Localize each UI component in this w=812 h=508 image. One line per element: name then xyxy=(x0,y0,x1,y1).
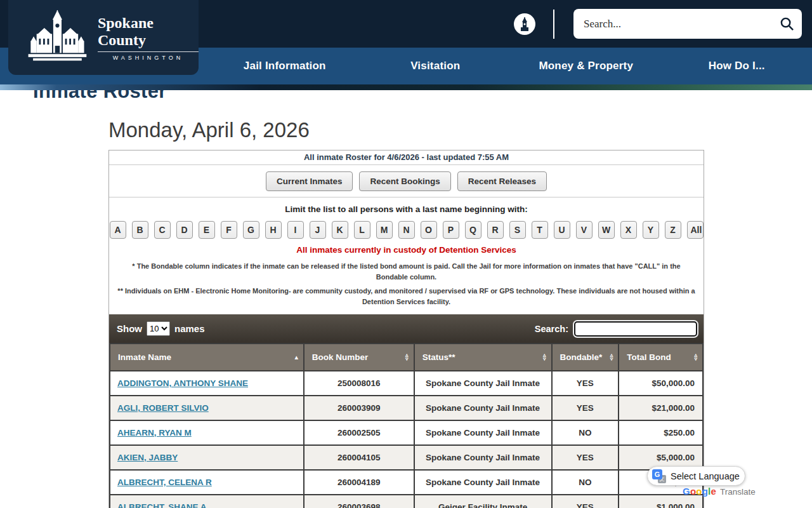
site-search-button[interactable] xyxy=(780,17,794,31)
column-header-total-bond[interactable]: Total Bond ▵▿ xyxy=(619,344,703,371)
sort-both-icon: ▵▿ xyxy=(543,354,546,361)
table-toolbar: Show 10 names Search: xyxy=(109,314,704,343)
letter-button-m[interactable]: M xyxy=(376,221,393,239)
table-row: AKIEN, JABBY 260004105 Spokane County Ja… xyxy=(110,445,703,470)
alphabet-filter: A B C D E F G H I J K L M N O P Q R S T xyxy=(113,221,700,239)
status: Spokane County Jail Inmate xyxy=(414,396,552,420)
letter-button-n[interactable]: N xyxy=(398,221,415,239)
nav-visitation[interactable]: Visitation xyxy=(360,60,511,72)
inmate-table: Inmate Name ▴ Book Number ▵▿ Status** ▵▿… xyxy=(109,343,704,508)
bondable: YES xyxy=(552,445,619,470)
total-bond: $50,000.00 xyxy=(619,371,703,396)
letter-button-b[interactable]: B xyxy=(132,221,148,239)
nav-jail-information[interactable]: Jail Information xyxy=(209,60,360,72)
letter-button-w[interactable]: W xyxy=(598,221,615,239)
logo-subtitle: WASHINGTON xyxy=(98,55,199,61)
letter-button-f[interactable]: F xyxy=(221,221,237,239)
bondable: NO xyxy=(552,470,619,495)
google-translate-attribution[interactable]: Google Translate xyxy=(683,486,756,497)
column-header-inmate-name[interactable]: Inmate Name ▴ xyxy=(110,344,304,371)
logo-title: Spokane County xyxy=(98,15,199,52)
bondable: YES xyxy=(552,396,619,420)
letter-button-q[interactable]: Q xyxy=(465,221,481,239)
nav-money-property[interactable]: Money & Property xyxy=(511,60,662,72)
google-logo: Google xyxy=(683,486,716,497)
county-logo[interactable]: Spokane County WASHINGTON xyxy=(8,0,199,75)
inmate-link[interactable]: ALBRECHT, CELENA R xyxy=(117,478,212,487)
letter-button-i[interactable]: I xyxy=(287,221,304,239)
recent-releases-button[interactable]: Recent Releases xyxy=(457,171,547,191)
sort-both-icon: ▵▿ xyxy=(610,354,613,361)
book-number: 260002505 xyxy=(304,420,414,445)
letter-button-o[interactable]: O xyxy=(421,221,437,239)
names-label: names xyxy=(174,323,205,334)
letter-button-j[interactable]: J xyxy=(310,221,326,239)
roster-panel: All inmate Roster for 4/6/2026 - last up… xyxy=(108,150,704,508)
inmate-link[interactable]: ADDINGTON, ANTHONY SHANE xyxy=(117,378,248,388)
letter-button-e[interactable]: E xyxy=(199,221,215,239)
inmate-link[interactable]: AKIEN, JABBY xyxy=(117,453,178,462)
table-search-input[interactable] xyxy=(574,321,697,337)
main-content: Monday, April 6, 2026 All inmate Roster … xyxy=(0,90,812,508)
letter-button-c[interactable]: C xyxy=(154,221,171,239)
letter-button-z[interactable]: Z xyxy=(665,221,681,239)
site-search-input[interactable] xyxy=(584,18,780,30)
date-heading: Monday, April 6, 2026 xyxy=(108,118,812,142)
inmate-link[interactable]: AGLI, ROBERT SILVIO xyxy=(117,403,209,413)
table-header-row: Inmate Name ▴ Book Number ▵▿ Status** ▵▿… xyxy=(110,344,703,371)
select-language-label: Select Language xyxy=(671,471,740,481)
column-header-status[interactable]: Status** ▵▿ xyxy=(414,344,552,371)
column-header-bondable[interactable]: Bondable* ▵▿ xyxy=(552,344,619,371)
total-bond: $250.00 xyxy=(619,420,703,445)
table-search-label: Search: xyxy=(535,324,568,334)
county-seal-icon[interactable] xyxy=(514,13,535,35)
nav-how-do-i[interactable]: How Do I... xyxy=(662,60,812,72)
recent-bookings-button[interactable]: Recent Bookings xyxy=(359,171,450,191)
column-header-book-number[interactable]: Book Number ▵▿ xyxy=(304,344,414,371)
status: Spokane County Jail Inmate xyxy=(414,371,552,396)
letter-button-l[interactable]: L xyxy=(354,221,370,239)
translate-brand-label: Translate xyxy=(720,487,756,497)
letter-button-g[interactable]: G xyxy=(243,221,259,239)
header-divider xyxy=(553,10,554,39)
footnote-bondable: * The Bondable column indicates if the i… xyxy=(113,261,700,282)
footnote-ehm: ** Individuals on EHM - Electronic Home … xyxy=(113,286,700,307)
letter-button-k[interactable]: K xyxy=(332,221,348,239)
sort-both-icon: ▵▿ xyxy=(405,354,409,361)
book-number: 260003909 xyxy=(304,396,414,420)
inmate-link[interactable]: AHEARN, RYAN M xyxy=(117,428,192,438)
letter-button-d[interactable]: D xyxy=(176,221,193,239)
view-buttons-row: Current Inmates Recent Bookings Recent R… xyxy=(109,165,704,197)
table-row: ALBRECHT, CELENA R 260004189 Spokane Cou… xyxy=(110,470,703,495)
site-search-box xyxy=(573,9,802,39)
letter-button-r[interactable]: R xyxy=(487,221,504,239)
filter-section: Limit the list to all persons with a las… xyxy=(109,197,704,314)
letter-button-u[interactable]: U xyxy=(554,221,570,239)
status: Geiger Facility Inmate xyxy=(414,495,552,508)
letter-button-y[interactable]: Y xyxy=(643,221,659,239)
letter-button-all[interactable]: All xyxy=(687,221,704,239)
google-translate-widget[interactable]: 文 G Select Language xyxy=(647,466,745,486)
total-bond: $21,000.00 xyxy=(619,396,703,420)
sort-both-icon: ▵▿ xyxy=(694,354,697,361)
bondable: YES xyxy=(552,495,619,508)
letter-button-s[interactable]: S xyxy=(509,221,526,239)
courthouse-tower-icon xyxy=(518,17,531,31)
letter-button-p[interactable]: P xyxy=(443,221,459,239)
status: Spokane County Jail Inmate xyxy=(414,470,552,495)
table-row: ADDINGTON, ANTHONY SHANE 250008016 Spoka… xyxy=(110,371,703,396)
letter-button-h[interactable]: H xyxy=(265,221,282,239)
status: Spokane County Jail Inmate xyxy=(414,445,552,470)
custody-notice: All inmates currently in custody of Dete… xyxy=(113,245,700,255)
bondable: NO xyxy=(552,420,619,445)
page-size-select[interactable]: 10 xyxy=(147,321,170,336)
letter-button-v[interactable]: V xyxy=(576,221,593,239)
roster-caption: All inmate Roster for 4/6/2026 - last up… xyxy=(109,150,704,165)
courthouse-illustration-icon xyxy=(25,8,90,67)
current-inmates-button[interactable]: Current Inmates xyxy=(266,171,353,191)
letter-button-x[interactable]: X xyxy=(620,221,637,239)
letter-button-a[interactable]: A xyxy=(110,221,126,239)
letter-button-t[interactable]: T xyxy=(532,221,548,239)
inmate-link[interactable]: ALBRECHT, SHANE A xyxy=(117,502,207,508)
show-label: Show xyxy=(117,323,142,334)
